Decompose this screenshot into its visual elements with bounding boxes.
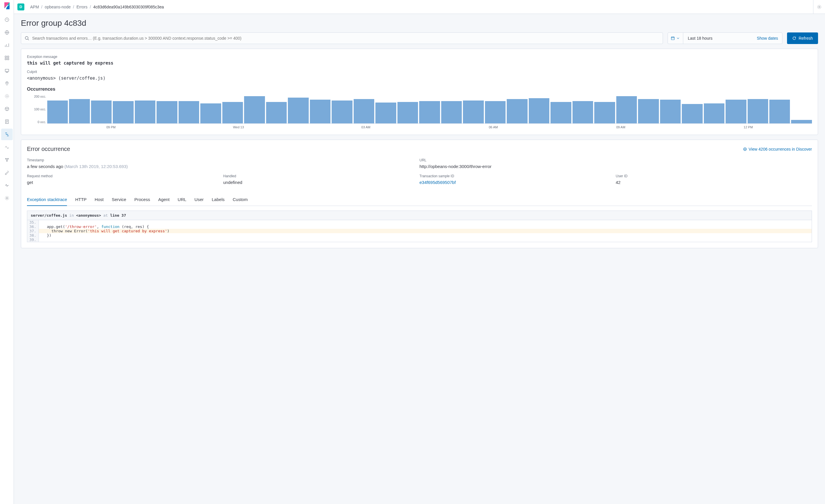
chart-bar[interactable]: [419, 101, 440, 123]
search-input[interactable]: [21, 32, 663, 44]
breadcrumb-errors[interactable]: Errors: [77, 5, 87, 9]
chart-bar[interactable]: [441, 101, 462, 123]
nav-maps-icon[interactable]: [1, 78, 13, 89]
breadcrumb-current: 4c83d6dea90a149b63030309f085c3ea: [93, 5, 164, 9]
chart-bar[interactable]: [660, 100, 681, 123]
tab-custom[interactable]: Custom: [233, 194, 248, 206]
nav-management-icon[interactable]: [1, 192, 13, 204]
show-dates-link[interactable]: Show dates: [753, 33, 782, 44]
header-bar: D APM / opbeans-node / Errors / 4c83d6de…: [14, 0, 825, 14]
chart-bar[interactable]: [157, 101, 177, 123]
tab-agent[interactable]: Agent: [158, 194, 169, 206]
chart-bar[interactable]: [354, 99, 374, 123]
chart-bar[interactable]: [550, 102, 571, 123]
url-value: http://opbeans-node:3000/throw-error: [420, 164, 812, 169]
occurrence-title: Error occurrence: [27, 146, 70, 152]
svg-rect-5: [7, 59, 9, 60]
user-id-value: 42: [616, 180, 812, 185]
chart-bar[interactable]: [288, 98, 308, 123]
date-picker: Last 18 hours Show dates: [668, 32, 782, 44]
chart-bar[interactable]: [135, 100, 155, 123]
tab-host[interactable]: Host: [95, 194, 104, 206]
tab-http[interactable]: HTTP: [75, 194, 86, 206]
chart-bar[interactable]: [507, 99, 527, 123]
occurrences-title: Occurrences: [27, 87, 812, 92]
breadcrumb-apm[interactable]: APM: [30, 5, 39, 9]
chart-bar[interactable]: [91, 100, 111, 123]
chart-bar[interactable]: [222, 102, 243, 123]
nav-discover-icon[interactable]: [1, 27, 13, 38]
search-field[interactable]: [32, 36, 659, 40]
chart-bar[interactable]: [791, 120, 812, 123]
tab-process[interactable]: Process: [134, 194, 150, 206]
code-line: 37. throw new Error('this will get captu…: [27, 229, 812, 233]
code-line: 39.: [27, 238, 812, 242]
chart-bar[interactable]: [463, 100, 483, 123]
chart-bar[interactable]: [748, 99, 768, 123]
code-line: 36. app.get('/throw-error', function (re…: [27, 225, 812, 229]
tab-service[interactable]: Service: [111, 194, 126, 206]
chart-bar[interactable]: [638, 99, 659, 123]
chart-bar[interactable]: [485, 101, 506, 123]
chart-bar[interactable]: [769, 100, 790, 123]
stack-frame-header[interactable]: server/coffee.js in <anonymous> at line …: [27, 211, 812, 220]
chart-bar[interactable]: [529, 98, 549, 123]
code-line: 38. }): [27, 233, 812, 238]
kibana-logo[interactable]: [3, 2, 10, 9]
svg-point-16: [819, 6, 820, 8]
tab-user[interactable]: User: [195, 194, 204, 206]
nav-monitoring-icon[interactable]: [1, 180, 13, 191]
chart-bar[interactable]: [397, 102, 418, 123]
nav-visualize-icon[interactable]: [1, 39, 13, 51]
chart-bar[interactable]: [616, 96, 637, 123]
chart-bar[interactable]: [47, 100, 68, 123]
chart-bar[interactable]: [69, 99, 90, 123]
nav-ml-icon[interactable]: [1, 90, 13, 102]
header-action-icon[interactable]: [813, 0, 822, 14]
tab-exception-stacktrace[interactable]: Exception stacktrace: [27, 194, 67, 206]
timestamp-label: Timestamp: [27, 158, 420, 162]
nav-infra-icon[interactable]: [1, 103, 13, 115]
discover-icon: [743, 147, 747, 151]
calendar-button[interactable]: [668, 33, 683, 44]
chart-bar[interactable]: [573, 101, 593, 123]
nav-dashboard-icon[interactable]: [1, 52, 13, 64]
discover-link[interactable]: View 4206 occurrences in Discover: [743, 147, 812, 152]
url-label: URL: [420, 158, 812, 162]
chart-bar[interactable]: [113, 101, 133, 123]
svg-point-9: [5, 94, 9, 98]
tab-labels[interactable]: Labels: [212, 194, 225, 206]
nav-siem-icon[interactable]: [1, 154, 13, 166]
nav-devtools-icon[interactable]: [1, 167, 13, 178]
chart-bar[interactable]: [244, 96, 265, 123]
svg-point-14: [6, 197, 8, 199]
chart-bar[interactable]: [726, 100, 746, 123]
nav-apm-icon[interactable]: [1, 129, 13, 140]
nav-logs-icon[interactable]: [1, 116, 13, 128]
chart-bar[interactable]: [178, 101, 199, 123]
breadcrumb-service[interactable]: opbeans-node: [45, 5, 71, 9]
chart-bar[interactable]: [266, 102, 287, 123]
nav-canvas-icon[interactable]: [1, 65, 13, 76]
chart-bar[interactable]: [200, 103, 221, 123]
nav-recent-icon[interactable]: [1, 14, 13, 25]
calendar-icon: [671, 36, 675, 40]
date-range-label[interactable]: Last 18 hours: [683, 33, 753, 44]
breadcrumbs: APM / opbeans-node / Errors / 4c83d6dea9…: [30, 5, 164, 9]
chart-bar[interactable]: [331, 100, 352, 123]
method-label: Request method: [27, 174, 223, 178]
svg-rect-3: [7, 56, 9, 58]
nav-uptime-icon[interactable]: [1, 141, 13, 153]
refresh-button[interactable]: Refresh: [787, 32, 818, 44]
chart-bar[interactable]: [594, 102, 615, 123]
chart-bar[interactable]: [682, 104, 702, 123]
chevron-down-icon: [676, 36, 680, 40]
chart-bar[interactable]: [704, 103, 725, 123]
txn-id-link[interactable]: e34f695d569507bf: [420, 180, 616, 185]
chart-bar[interactable]: [375, 102, 396, 123]
exception-message-label: Exception message: [27, 55, 812, 59]
tab-url[interactable]: URL: [178, 194, 186, 206]
chart-bar[interactable]: [310, 100, 330, 123]
code-block: 35.36. app.get('/throw-error', function …: [27, 220, 812, 242]
space-selector[interactable]: D: [17, 3, 24, 10]
